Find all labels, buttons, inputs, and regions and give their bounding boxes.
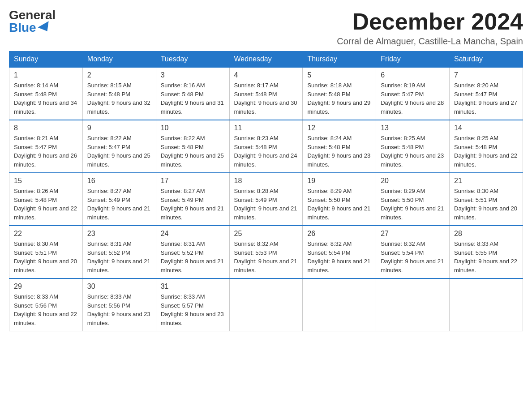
daylight-label: Daylight: 9 hours and 21 minutes. [381, 258, 444, 274]
sunset-label: Sunset: 5:47 PM [87, 144, 130, 150]
daylight-label: Daylight: 9 hours and 21 minutes. [234, 205, 297, 221]
day-number: 29 [14, 283, 78, 291]
day-number: 27 [381, 230, 445, 238]
sunrise-label: Sunrise: 8:25 AM [454, 135, 498, 141]
calendar-cell: 21 Sunrise: 8:30 AM Sunset: 5:51 PM Dayl… [450, 173, 523, 226]
day-info: Sunrise: 8:25 AM Sunset: 5:48 PM Dayligh… [454, 134, 518, 169]
day-info: Sunrise: 8:19 AM Sunset: 5:47 PM Dayligh… [381, 81, 445, 116]
daylight-label: Daylight: 9 hours and 26 minutes. [14, 152, 77, 168]
calendar-cell: 7 Sunrise: 8:20 AM Sunset: 5:47 PM Dayli… [450, 67, 523, 120]
sunrise-label: Sunrise: 8:30 AM [14, 240, 58, 247]
daylight-label: Daylight: 9 hours and 25 minutes. [161, 152, 224, 168]
daylight-label: Daylight: 9 hours and 34 minutes. [14, 99, 77, 115]
day-number: 6 [381, 71, 445, 79]
day-number: 7 [454, 71, 518, 79]
sunset-label: Sunset: 5:56 PM [14, 302, 57, 309]
logo: General Blue [9, 9, 56, 34]
day-number: 23 [87, 230, 151, 238]
sunset-label: Sunset: 5:48 PM [87, 91, 130, 98]
sunrise-label: Sunrise: 8:22 AM [87, 135, 132, 141]
day-number: 16 [87, 177, 151, 185]
daylight-label: Daylight: 9 hours and 21 minutes. [234, 258, 297, 274]
calendar-cell [229, 278, 303, 331]
calendar-cell: 29 Sunrise: 8:33 AM Sunset: 5:56 PM Dayl… [9, 278, 83, 331]
sunset-label: Sunset: 5:57 PM [161, 302, 204, 309]
calendar-cell: 12 Sunrise: 8:24 AM Sunset: 5:48 PM Dayl… [303, 120, 376, 173]
daylight-label: Daylight: 9 hours and 27 minutes. [454, 99, 517, 115]
weekday-header-row: SundayMondayTuesdayWednesdayThursdayFrid… [9, 51, 523, 68]
daylight-label: Daylight: 9 hours and 24 minutes. [234, 152, 297, 168]
calendar-cell: 15 Sunrise: 8:26 AM Sunset: 5:48 PM Dayl… [9, 173, 83, 226]
calendar-cell: 28 Sunrise: 8:33 AM Sunset: 5:55 PM Dayl… [450, 226, 523, 278]
calendar-cell: 30 Sunrise: 8:33 AM Sunset: 5:56 PM Dayl… [82, 278, 156, 331]
daylight-label: Daylight: 9 hours and 21 minutes. [87, 258, 150, 274]
day-info: Sunrise: 8:29 AM Sunset: 5:50 PM Dayligh… [307, 187, 371, 222]
calendar-week-3: 15 Sunrise: 8:26 AM Sunset: 5:48 PM Dayl… [9, 173, 523, 226]
daylight-label: Daylight: 9 hours and 23 minutes. [307, 152, 370, 168]
calendar-cell [450, 278, 523, 331]
day-info: Sunrise: 8:31 AM Sunset: 5:52 PM Dayligh… [87, 240, 151, 274]
sunrise-label: Sunrise: 8:22 AM [161, 135, 205, 141]
daylight-label: Daylight: 9 hours and 21 minutes. [161, 258, 224, 274]
sunrise-label: Sunrise: 8:32 AM [307, 240, 352, 247]
day-info: Sunrise: 8:27 AM Sunset: 5:49 PM Dayligh… [87, 187, 151, 222]
month-title: December 2024 [337, 9, 523, 34]
calendar-cell: 8 Sunrise: 8:21 AM Sunset: 5:47 PM Dayli… [9, 120, 83, 173]
sunset-label: Sunset: 5:48 PM [454, 144, 497, 150]
day-number: 2 [87, 71, 151, 79]
sunset-label: Sunset: 5:49 PM [161, 197, 204, 203]
day-number: 30 [87, 283, 151, 291]
daylight-label: Daylight: 9 hours and 21 minutes. [87, 205, 150, 221]
weekday-header-wednesday: Wednesday [229, 51, 303, 68]
calendar-cell: 25 Sunrise: 8:32 AM Sunset: 5:53 PM Dayl… [229, 226, 303, 278]
sunset-label: Sunset: 5:51 PM [454, 197, 497, 203]
day-number: 18 [234, 177, 298, 185]
day-info: Sunrise: 8:30 AM Sunset: 5:51 PM Dayligh… [14, 240, 78, 274]
day-number: 4 [234, 71, 298, 79]
sunrise-label: Sunrise: 8:15 AM [87, 82, 132, 89]
calendar-cell: 26 Sunrise: 8:32 AM Sunset: 5:54 PM Dayl… [303, 226, 376, 278]
calendar-cell: 10 Sunrise: 8:22 AM Sunset: 5:48 PM Dayl… [156, 120, 229, 173]
daylight-label: Daylight: 9 hours and 23 minutes. [161, 311, 224, 326]
sunrise-label: Sunrise: 8:25 AM [381, 135, 425, 141]
sunset-label: Sunset: 5:53 PM [234, 249, 277, 256]
day-info: Sunrise: 8:18 AM Sunset: 5:48 PM Dayligh… [307, 81, 371, 116]
sunset-label: Sunset: 5:48 PM [234, 91, 277, 98]
sunset-label: Sunset: 5:51 PM [14, 249, 57, 256]
sunset-label: Sunset: 5:50 PM [381, 197, 424, 203]
day-number: 8 [14, 124, 78, 132]
day-info: Sunrise: 8:22 AM Sunset: 5:48 PM Dayligh… [161, 134, 225, 169]
calendar-cell [376, 278, 450, 331]
day-number: 22 [14, 230, 78, 238]
sunset-label: Sunset: 5:54 PM [307, 249, 350, 256]
calendar-cell: 16 Sunrise: 8:27 AM Sunset: 5:49 PM Dayl… [82, 173, 156, 226]
day-number: 12 [307, 124, 371, 132]
sunrise-label: Sunrise: 8:18 AM [307, 82, 352, 89]
day-number: 21 [454, 177, 518, 185]
sunset-label: Sunset: 5:49 PM [234, 197, 277, 203]
sunrise-label: Sunrise: 8:33 AM [87, 293, 132, 300]
sunset-label: Sunset: 5:52 PM [161, 249, 204, 256]
day-number: 1 [14, 71, 78, 79]
calendar-cell: 2 Sunrise: 8:15 AM Sunset: 5:48 PM Dayli… [82, 67, 156, 120]
daylight-label: Daylight: 9 hours and 21 minutes. [307, 258, 370, 274]
sunrise-label: Sunrise: 8:19 AM [381, 82, 425, 89]
day-number: 17 [161, 177, 225, 185]
daylight-label: Daylight: 9 hours and 21 minutes. [381, 205, 444, 221]
daylight-label: Daylight: 9 hours and 31 minutes. [161, 99, 224, 115]
sunset-label: Sunset: 5:48 PM [14, 197, 57, 203]
day-info: Sunrise: 8:33 AM Sunset: 5:55 PM Dayligh… [454, 240, 518, 274]
day-info: Sunrise: 8:33 AM Sunset: 5:56 PM Dayligh… [87, 292, 151, 327]
daylight-label: Daylight: 9 hours and 20 minutes. [14, 258, 77, 274]
day-number: 3 [161, 71, 225, 79]
sunset-label: Sunset: 5:48 PM [381, 144, 424, 150]
calendar-cell: 4 Sunrise: 8:17 AM Sunset: 5:48 PM Dayli… [229, 67, 303, 120]
day-info: Sunrise: 8:23 AM Sunset: 5:48 PM Dayligh… [234, 134, 298, 169]
calendar-cell: 22 Sunrise: 8:30 AM Sunset: 5:51 PM Dayl… [9, 226, 83, 278]
weekday-header-friday: Friday [376, 51, 450, 68]
sunrise-label: Sunrise: 8:17 AM [234, 82, 279, 89]
daylight-label: Daylight: 9 hours and 22 minutes. [454, 152, 517, 168]
calendar-header: SundayMondayTuesdayWednesdayThursdayFrid… [9, 51, 523, 68]
daylight-label: Daylight: 9 hours and 23 minutes. [381, 152, 444, 168]
day-number: 24 [161, 230, 225, 238]
